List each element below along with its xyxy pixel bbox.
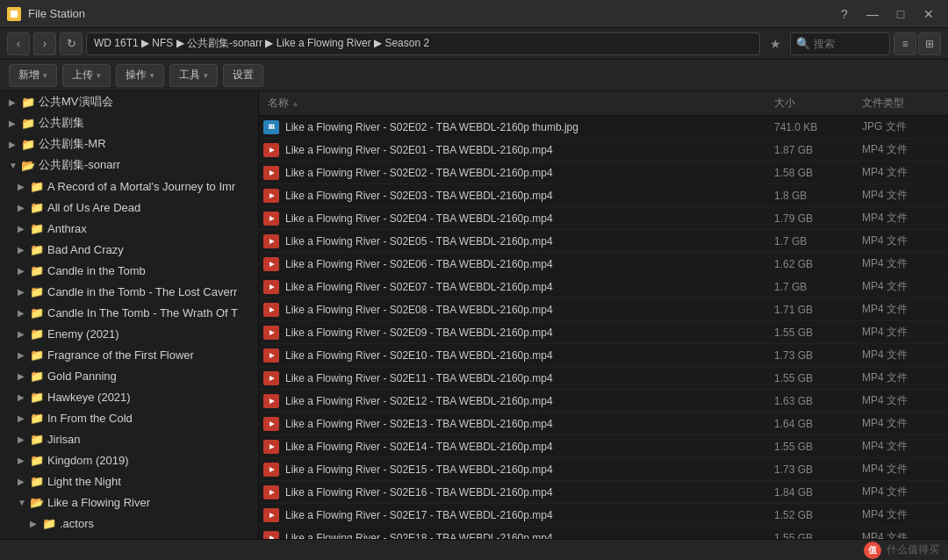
file-size: 1.63 GB (769, 395, 857, 407)
sidebar-item-candle-tomb[interactable]: ▶ 📁 Candle in the Tomb (0, 260, 258, 281)
table-row[interactable]: ▶Like a Flowing River - S02E16 - TBA WEB… (259, 481, 948, 504)
folder-icon: 📁 (30, 264, 44, 276)
favorite-button[interactable]: ★ (764, 32, 786, 55)
folder-icon: 📁 (30, 180, 44, 192)
close-button[interactable]: ✕ (916, 4, 941, 25)
mp4-icon: ▶ (262, 506, 280, 524)
table-row[interactable]: ▶Like a Flowing River - S02E17 - TBA WEB… (259, 504, 948, 527)
expand-arrow: ▶ (18, 329, 30, 339)
file-type: MP4 文件 (857, 530, 944, 539)
column-header-type[interactable]: 文件类型 (857, 96, 944, 111)
table-row[interactable]: ▶Like a Flowing River - S02E05 - TBA WEB… (259, 230, 948, 253)
table-row[interactable]: ▶Like a Flowing River - S02E09 - TBA WEB… (259, 321, 948, 344)
sidebar-item-enemy[interactable]: ▶ 📁 Enemy (2021) (0, 323, 258, 344)
table-row[interactable]: ▶Like a Flowing River - S02E13 - TBA WEB… (259, 413, 948, 435)
sidebar-item-fragrance[interactable]: ▶ 📁 Fragrance of the First Flower (0, 344, 258, 365)
sidebar-item-drama-mr[interactable]: ▶ 📁 公共剧集-MR (0, 133, 258, 154)
upload-button[interactable]: 上传 ▾ (62, 64, 111, 87)
table-row[interactable]: 🖼Like a Flowing River - S02E02 - TBA WEB… (259, 116, 948, 139)
sidebar-item-drama[interactable]: ▶ 📁 公共剧集 (0, 112, 258, 133)
mp4-icon: ▶ (262, 461, 280, 478)
file-name: Like a Flowing River - S02E12 - TBA WEBD… (285, 395, 769, 407)
file-type: MP4 文件 (857, 393, 944, 408)
table-row[interactable]: ▶Like a Flowing River - S02E04 - TBA WEB… (259, 207, 948, 230)
minimize-button[interactable]: — (860, 4, 885, 25)
sidebar-item-bad-crazy[interactable]: ▶ 📁 Bad And Crazy (0, 239, 258, 260)
sidebar-item-light-night[interactable]: ▶ 📁 Light the Night (0, 470, 258, 492)
sidebar-item-kingdom[interactable]: ▶ 📁 Kingdom (2019) (0, 449, 258, 470)
mp4-badge: ▶ (263, 394, 279, 408)
file-name: Like a Flowing River - S02E05 - TBA WEBD… (285, 235, 769, 248)
address-path[interactable]: WD 16T1 ▶ NFS ▶ 公共剧集-sonarr ▶ Like a Flo… (86, 32, 760, 55)
sidebar-item-jirisan[interactable]: ▶ 📁 Jirisan (0, 428, 258, 449)
folder-open-icon: 📂 (21, 159, 35, 171)
file-size: 1.73 GB (769, 463, 857, 476)
tools-button[interactable]: 工具 ▾ (169, 64, 218, 87)
sidebar-item-label: Candle in the Tomb (47, 264, 146, 277)
table-row[interactable]: ▶Like a Flowing River - S02E15 - TBA WEB… (259, 458, 948, 481)
table-row[interactable]: ▶Like a Flowing River - S02E11 - TBA WEB… (259, 367, 948, 390)
sidebar-item-mv[interactable]: ▶ 📁 公共MV演唱会 (0, 91, 258, 112)
sidebar-item-in-from[interactable]: ▶ 📁 In From the Cold (0, 407, 258, 428)
file-type: MP4 文件 (857, 416, 944, 431)
table-row[interactable]: ▶Like a Flowing River - S02E08 - TBA WEB… (259, 298, 948, 321)
sidebar-item-label: Gold Panning (47, 370, 117, 383)
file-name: Like a Flowing River - S02E02 - TBA WEBD… (285, 121, 769, 133)
file-type: MP4 文件 (857, 439, 944, 454)
file-type: MP4 文件 (857, 165, 944, 180)
expand-arrow: ▼ (18, 498, 30, 507)
sidebar-item-label: Enemy (2021) (47, 327, 119, 341)
sidebar-item-candle-wrath[interactable]: ▶ 📁 Candle In The Tomb - The Wrath Of T (0, 302, 258, 323)
back-button[interactable]: ‹ (7, 32, 30, 55)
file-list: 🖼Like a Flowing River - S02E02 - TBA WEB… (259, 116, 948, 539)
list-view-button[interactable]: ≡ (894, 32, 916, 55)
mp4-icon: ▶ (262, 187, 280, 205)
jpg-badge: 🖼 (263, 120, 279, 134)
sidebar-item-anthrax[interactable]: ▶ 📁 Anthrax (0, 218, 258, 239)
folder-icon: 📁 (42, 538, 56, 539)
mp4-icon: ▶ (262, 370, 280, 387)
column-header-name[interactable]: 名称 ▲ (262, 96, 769, 111)
sidebar-item-hawkeye[interactable]: ▶ 📁 Hawkeye (2021) (0, 386, 258, 407)
table-row[interactable]: ▶Like a Flowing River - S02E06 - TBA WEB… (259, 253, 948, 276)
brand-logo: 值 (864, 542, 881, 559)
table-row[interactable]: ▶Like a Flowing River - S02E12 - TBA WEB… (259, 390, 948, 413)
help-button[interactable]: ? (832, 4, 857, 25)
table-row[interactable]: ▶Like a Flowing River - S02E18 - TBA WEB… (259, 527, 948, 539)
table-row[interactable]: ▶Like a Flowing River - S02E02 - TBA WEB… (259, 162, 948, 184)
file-size: 1.52 GB (769, 509, 857, 521)
table-row[interactable]: ▶Like a Flowing River - S02E03 - TBA WEB… (259, 184, 948, 207)
mp4-badge: ▶ (263, 234, 279, 248)
sidebar-item-label: A Record of a Mortal's Journey to Imr (47, 180, 235, 193)
column-header-size[interactable]: 大小 (769, 96, 857, 111)
new-button[interactable]: 新增 ▾ (9, 64, 57, 87)
sidebar-item-candle-lost[interactable]: ▶ 📁 Candle in the Tomb - The Lost Caverr (0, 281, 258, 302)
expand-arrow: ▶ (18, 224, 30, 233)
sidebar-item-all-of-us[interactable]: ▶ 📁 All of Us Are Dead (0, 197, 258, 218)
expand-arrow: ▶ (30, 519, 42, 528)
settings-button[interactable]: 设置 (223, 64, 263, 87)
file-type: MP4 文件 (857, 348, 944, 363)
sidebar-item-record[interactable]: ▶ 📁 A Record of a Mortal's Journey to Im… (0, 176, 258, 197)
table-row[interactable]: ▶Like a Flowing River - S02E01 - TBA WEB… (259, 139, 948, 162)
sidebar-item-gold[interactable]: ▶ 📁 Gold Panning (0, 365, 258, 386)
maximize-button[interactable]: □ (888, 4, 913, 25)
forward-button[interactable]: › (33, 32, 56, 55)
search-input[interactable] (814, 38, 884, 50)
table-row[interactable]: ▶Like a Flowing River - S02E14 - TBA WEB… (259, 435, 948, 458)
refresh-button[interactable]: ↻ (60, 32, 83, 55)
sidebar-item-flowing-river[interactable]: ▼ 📂 Like a Flowing River (0, 492, 258, 513)
sidebar-item-drama-sonarr[interactable]: ▼ 📂 公共剧集-sonarr (0, 154, 258, 176)
toolbar: 新增 ▾ 上传 ▾ 操作 ▾ 工具 ▾ 设置 (0, 60, 948, 91)
table-row[interactable]: ▶Like a Flowing River - S02E10 - TBA WEB… (259, 344, 948, 367)
detail-view-button[interactable]: ⊞ (918, 32, 941, 55)
file-name: Like a Flowing River - S02E11 - TBA WEBD… (285, 372, 769, 384)
action-button[interactable]: 操作 ▾ (116, 64, 164, 87)
expand-arrow: ▼ (9, 161, 21, 170)
mp4-badge: ▶ (263, 485, 279, 499)
table-row[interactable]: ▶Like a Flowing River - S02E07 - TBA WEB… (259, 276, 948, 298)
sidebar-item-season1[interactable]: ▶ 📁 Season 1 (0, 534, 258, 539)
search-icon: 🔍 (796, 37, 810, 50)
file-size: 1.55 GB (769, 372, 857, 384)
sidebar-item-actors[interactable]: ▶ 📁 .actors (0, 513, 258, 534)
